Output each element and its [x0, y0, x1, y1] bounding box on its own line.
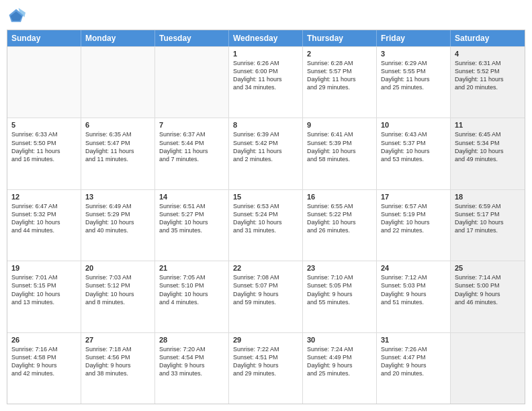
header-day-tuesday: Tuesday: [155, 30, 229, 46]
day-details: Sunrise: 6:31 AM Sunset: 5:52 PM Dayligh…: [455, 59, 521, 92]
day-details: Sunrise: 6:41 AM Sunset: 5:39 PM Dayligh…: [307, 130, 372, 163]
day-details: Sunrise: 6:35 AM Sunset: 5:47 PM Dayligh…: [85, 130, 150, 163]
calendar-day-22: 22Sunrise: 7:08 AM Sunset: 5:07 PM Dayli…: [229, 261, 303, 332]
day-number: 27: [85, 336, 150, 344]
calendar-week-3: 12Sunrise: 6:47 AM Sunset: 5:32 PM Dayli…: [7, 189, 525, 261]
calendar-day-1: 1Sunrise: 6:26 AM Sunset: 6:00 PM Daylig…: [229, 47, 303, 118]
day-number: 16: [307, 193, 372, 201]
day-details: Sunrise: 6:47 AM Sunset: 5:32 PM Dayligh…: [11, 202, 77, 235]
day-number: 25: [455, 264, 521, 272]
calendar-day-18: 18Sunrise: 6:59 AM Sunset: 5:17 PM Dayli…: [451, 190, 525, 261]
day-number: 6: [85, 121, 150, 129]
calendar-day-27: 27Sunrise: 7:18 AM Sunset: 4:56 PM Dayli…: [81, 333, 155, 404]
day-number: 8: [233, 121, 298, 129]
day-number: 30: [307, 336, 372, 344]
calendar-day-4: 4Sunrise: 6:31 AM Sunset: 5:52 PM Daylig…: [451, 47, 525, 118]
calendar-day-16: 16Sunrise: 6:55 AM Sunset: 5:22 PM Dayli…: [303, 190, 377, 261]
calendar-day-6: 6Sunrise: 6:35 AM Sunset: 5:47 PM Daylig…: [81, 118, 155, 189]
header-day-monday: Monday: [81, 30, 155, 46]
day-number: 1: [233, 50, 298, 58]
day-details: Sunrise: 7:18 AM Sunset: 4:56 PM Dayligh…: [85, 345, 150, 378]
header-day-saturday: Saturday: [451, 30, 525, 46]
day-details: Sunrise: 7:20 AM Sunset: 4:54 PM Dayligh…: [159, 345, 224, 378]
day-details: Sunrise: 7:12 AM Sunset: 5:03 PM Dayligh…: [381, 273, 446, 306]
day-details: Sunrise: 7:08 AM Sunset: 5:07 PM Dayligh…: [233, 273, 298, 306]
header-day-wednesday: Wednesday: [229, 30, 303, 46]
day-number: 21: [159, 264, 224, 272]
logo-icon: [7, 7, 26, 26]
calendar-day-5: 5Sunrise: 6:33 AM Sunset: 5:50 PM Daylig…: [7, 118, 81, 189]
calendar-empty-cell: [81, 47, 155, 118]
day-number: 3: [381, 50, 446, 58]
calendar-day-17: 17Sunrise: 6:57 AM Sunset: 5:19 PM Dayli…: [377, 190, 451, 261]
header: [7, 7, 525, 26]
day-details: Sunrise: 7:24 AM Sunset: 4:49 PM Dayligh…: [307, 345, 372, 378]
header-day-thursday: Thursday: [303, 30, 377, 46]
day-details: Sunrise: 6:26 AM Sunset: 6:00 PM Dayligh…: [233, 59, 298, 92]
day-number: 28: [159, 336, 224, 344]
calendar-empty-cell: [7, 47, 81, 118]
calendar: SundayMondayTuesdayWednesdayThursdayFrid…: [7, 30, 525, 404]
day-number: 13: [85, 193, 150, 201]
header-day-sunday: Sunday: [7, 30, 81, 46]
day-details: Sunrise: 7:22 AM Sunset: 4:51 PM Dayligh…: [233, 345, 298, 378]
day-number: 18: [455, 193, 521, 201]
day-number: 9: [307, 121, 372, 129]
day-details: Sunrise: 7:10 AM Sunset: 5:05 PM Dayligh…: [307, 273, 372, 306]
day-number: 31: [381, 336, 446, 344]
calendar-day-8: 8Sunrise: 6:39 AM Sunset: 5:42 PM Daylig…: [229, 118, 303, 189]
calendar-day-2: 2Sunrise: 6:28 AM Sunset: 5:57 PM Daylig…: [303, 47, 377, 118]
calendar-day-3: 3Sunrise: 6:29 AM Sunset: 5:55 PM Daylig…: [377, 47, 451, 118]
day-details: Sunrise: 6:57 AM Sunset: 5:19 PM Dayligh…: [381, 202, 446, 235]
day-number: 17: [381, 193, 446, 201]
calendar-empty-cell: [451, 333, 525, 404]
day-number: 7: [159, 121, 224, 129]
calendar-week-4: 19Sunrise: 7:01 AM Sunset: 5:15 PM Dayli…: [7, 261, 525, 332]
day-number: 26: [11, 336, 77, 344]
day-details: Sunrise: 7:05 AM Sunset: 5:10 PM Dayligh…: [159, 273, 224, 306]
day-details: Sunrise: 7:26 AM Sunset: 4:47 PM Dayligh…: [381, 345, 446, 378]
day-details: Sunrise: 6:51 AM Sunset: 5:27 PM Dayligh…: [159, 202, 224, 235]
day-number: 29: [233, 336, 298, 344]
day-details: Sunrise: 6:59 AM Sunset: 5:17 PM Dayligh…: [455, 202, 521, 235]
calendar-day-20: 20Sunrise: 7:03 AM Sunset: 5:12 PM Dayli…: [81, 261, 155, 332]
calendar-day-28: 28Sunrise: 7:20 AM Sunset: 4:54 PM Dayli…: [155, 333, 229, 404]
day-number: 12: [11, 193, 77, 201]
day-details: Sunrise: 6:29 AM Sunset: 5:55 PM Dayligh…: [381, 59, 446, 92]
day-details: Sunrise: 6:53 AM Sunset: 5:24 PM Dayligh…: [233, 202, 298, 235]
header-day-friday: Friday: [377, 30, 451, 46]
calendar-empty-cell: [155, 47, 229, 118]
day-details: Sunrise: 7:01 AM Sunset: 5:15 PM Dayligh…: [11, 273, 77, 306]
calendar-day-10: 10Sunrise: 6:43 AM Sunset: 5:37 PM Dayli…: [377, 118, 451, 189]
calendar-day-30: 30Sunrise: 7:24 AM Sunset: 4:49 PM Dayli…: [303, 333, 377, 404]
day-number: 23: [307, 264, 372, 272]
calendar-day-14: 14Sunrise: 6:51 AM Sunset: 5:27 PM Dayli…: [155, 190, 229, 261]
day-number: 4: [455, 50, 521, 58]
day-number: 22: [233, 264, 298, 272]
calendar-week-1: 1Sunrise: 6:26 AM Sunset: 6:00 PM Daylig…: [7, 46, 525, 118]
calendar-day-23: 23Sunrise: 7:10 AM Sunset: 5:05 PM Dayli…: [303, 261, 377, 332]
day-details: Sunrise: 7:14 AM Sunset: 5:00 PM Dayligh…: [455, 273, 521, 306]
calendar-day-31: 31Sunrise: 7:26 AM Sunset: 4:47 PM Dayli…: [377, 333, 451, 404]
day-details: Sunrise: 6:49 AM Sunset: 5:29 PM Dayligh…: [85, 202, 150, 235]
calendar-day-12: 12Sunrise: 6:47 AM Sunset: 5:32 PM Dayli…: [7, 190, 81, 261]
calendar-day-29: 29Sunrise: 7:22 AM Sunset: 4:51 PM Dayli…: [229, 333, 303, 404]
calendar-week-5: 26Sunrise: 7:16 AM Sunset: 4:58 PM Dayli…: [7, 332, 525, 404]
day-details: Sunrise: 6:55 AM Sunset: 5:22 PM Dayligh…: [307, 202, 372, 235]
calendar-day-25: 25Sunrise: 7:14 AM Sunset: 5:00 PM Dayli…: [451, 261, 525, 332]
day-details: Sunrise: 6:45 AM Sunset: 5:34 PM Dayligh…: [455, 130, 521, 163]
day-number: 19: [11, 264, 77, 272]
day-details: Sunrise: 6:43 AM Sunset: 5:37 PM Dayligh…: [381, 130, 446, 163]
logo: [7, 7, 28, 26]
day-details: Sunrise: 7:03 AM Sunset: 5:12 PM Dayligh…: [85, 273, 150, 306]
calendar-day-15: 15Sunrise: 6:53 AM Sunset: 5:24 PM Dayli…: [229, 190, 303, 261]
day-number: 11: [455, 121, 521, 129]
day-number: 10: [381, 121, 446, 129]
day-number: 14: [159, 193, 224, 201]
calendar-day-11: 11Sunrise: 6:45 AM Sunset: 5:34 PM Dayli…: [451, 118, 525, 189]
day-details: Sunrise: 6:37 AM Sunset: 5:44 PM Dayligh…: [159, 130, 224, 163]
day-number: 2: [307, 50, 372, 58]
page: SundayMondayTuesdayWednesdayThursdayFrid…: [0, 0, 532, 411]
calendar-day-9: 9Sunrise: 6:41 AM Sunset: 5:39 PM Daylig…: [303, 118, 377, 189]
calendar-day-21: 21Sunrise: 7:05 AM Sunset: 5:10 PM Dayli…: [155, 261, 229, 332]
